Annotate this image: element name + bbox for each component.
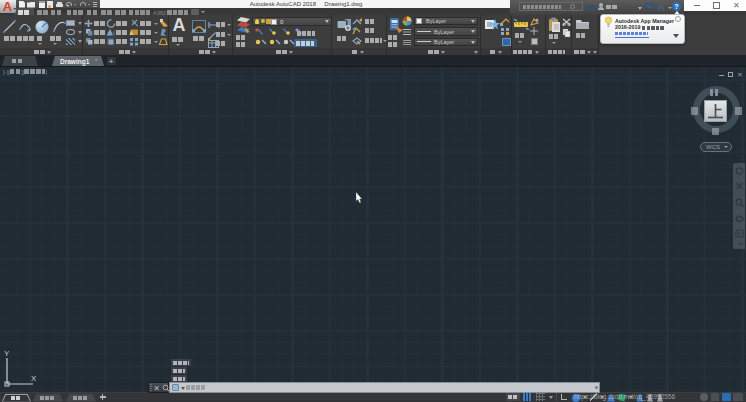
svg-text:Y: Y (4, 349, 10, 358)
svg-text:X: X (31, 374, 36, 383)
